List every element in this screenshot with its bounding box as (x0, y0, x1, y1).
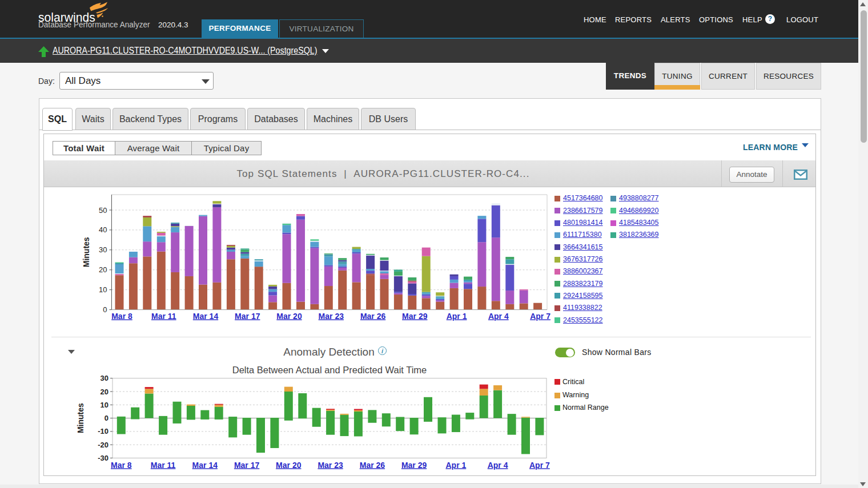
svg-text:Mar 14: Mar 14 (192, 461, 218, 470)
svg-text:50: 50 (99, 206, 107, 215)
svg-text:0: 0 (105, 414, 108, 422)
svg-text:40: 40 (99, 225, 107, 234)
svg-text:Mar 17: Mar 17 (234, 461, 260, 470)
svg-text:Minutes: Minutes (76, 403, 85, 433)
svg-text:Mar 11: Mar 11 (151, 312, 176, 321)
svg-text:Mar 26: Mar 26 (360, 461, 385, 470)
svg-text:30: 30 (99, 245, 107, 254)
svg-text:Mar 8: Mar 8 (111, 461, 132, 470)
svg-text:0: 0 (103, 305, 107, 314)
svg-text:Minutes: Minutes (82, 237, 91, 267)
svg-text:-10: -10 (98, 427, 108, 435)
svg-text:Apr 1: Apr 1 (447, 312, 467, 321)
svg-text:Apr 4: Apr 4 (488, 312, 509, 321)
svg-text:Mar 26: Mar 26 (360, 312, 386, 321)
svg-text:10: 10 (101, 401, 108, 409)
svg-text:Mar 20: Mar 20 (276, 461, 302, 470)
svg-text:-20: -20 (98, 441, 108, 449)
svg-text:Mar 29: Mar 29 (402, 312, 428, 321)
svg-text:Apr 7: Apr 7 (529, 461, 550, 470)
svg-text:Mar 17: Mar 17 (235, 312, 260, 321)
svg-text:Mar 8: Mar 8 (111, 312, 132, 321)
svg-text:Mar 11: Mar 11 (151, 461, 176, 470)
svg-text:Mar 23: Mar 23 (319, 312, 344, 321)
svg-text:20: 20 (101, 388, 108, 396)
svg-text:Mar 14: Mar 14 (193, 312, 219, 321)
svg-text:30: 30 (101, 374, 108, 382)
svg-text:Mar 29: Mar 29 (401, 461, 427, 470)
svg-text:Mar 23: Mar 23 (318, 461, 343, 470)
svg-text:Apr 7: Apr 7 (530, 312, 550, 321)
svg-text:Apr 1: Apr 1 (446, 461, 467, 470)
svg-text:-30: -30 (98, 454, 108, 462)
svg-text:Mar 20: Mar 20 (276, 312, 302, 321)
svg-text:Apr 4: Apr 4 (488, 461, 508, 470)
svg-text:20: 20 (99, 265, 107, 274)
svg-text:10: 10 (99, 285, 107, 294)
